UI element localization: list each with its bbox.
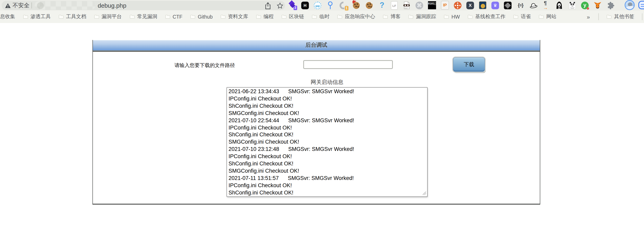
bookmark-star-icon[interactable]	[276, 2, 284, 9]
file-path-input[interactable]	[303, 60, 393, 69]
extension-ip-lookup-icon[interactable]	[441, 1, 449, 10]
extension-metamask-fox-icon[interactable]	[594, 1, 602, 10]
bookmark-item[interactable]: 区块链	[281, 13, 304, 20]
other-bookmarks-button[interactable]: 其他书签	[606, 13, 634, 20]
extension-icons-row: 3 1	[288, 1, 614, 10]
cookie-shape	[353, 2, 360, 9]
extension-cookie-icon[interactable]	[365, 1, 373, 10]
folder-icon	[23, 14, 28, 19]
folder-icon	[606, 14, 612, 19]
profile-chip[interactable]	[638, 1, 644, 9]
folder-icon	[538, 14, 544, 19]
bookmark-item[interactable]: HW	[444, 14, 460, 19]
bookmark-label: 漏洞跟踪	[416, 13, 436, 20]
extension-purple-crown-icon[interactable]	[492, 1, 499, 9]
extension-puzzle-piece-icon[interactable]	[606, 1, 614, 10]
bookmark-label: 编程	[264, 13, 274, 20]
extension-panda-meme-icon[interactable]	[568, 1, 576, 10]
browser-window: 不安全 debug.php 3 1	[0, 0, 644, 234]
bookmark-label: 博客	[390, 13, 400, 20]
bookmarks-overflow-chevron[interactable]: »	[586, 13, 591, 20]
bookmark-label: 应急响应中心	[345, 13, 375, 20]
folder-icon	[58, 14, 64, 19]
bookmark-item[interactable]: 漏洞跟踪	[408, 13, 436, 20]
bookmark-item[interactable]: 基线检查工作	[468, 13, 506, 20]
folder-icon	[94, 14, 99, 19]
extension-masked-document-icon[interactable]	[402, 1, 411, 10]
extension-lf-card-icon[interactable]	[391, 1, 398, 9]
folder-icon	[337, 14, 342, 19]
extension-santa-cookie-icon[interactable]	[352, 1, 360, 10]
extension-question-mark-icon[interactable]	[378, 1, 386, 10]
folder-icon	[444, 14, 449, 19]
bookmark-label: CTF	[172, 14, 182, 19]
panel-title: 后台调试	[306, 41, 327, 49]
extension-white-hat-icon[interactable]	[529, 1, 538, 10]
bookmark-item[interactable]: Github	[190, 14, 213, 19]
bookmark-item[interactable]: 编程	[256, 13, 274, 20]
gateway-log-container: 2021-06-22 13:34:43 SMGSvr: SMGSvr Worke…	[226, 87, 428, 197]
extension-navy-gold-emblem-icon[interactable]	[479, 1, 486, 9]
extension-command-key-icon[interactable]	[416, 1, 423, 9]
folder-icon	[281, 14, 286, 19]
folder-icon	[165, 14, 170, 19]
bookmark-item[interactable]: 漏洞平台	[94, 13, 122, 20]
bookmark-item[interactable]: 语雀	[513, 13, 531, 20]
bookmark-item[interactable]: 息收集	[0, 13, 15, 20]
bookmark-item[interactable]: 工具文档	[58, 13, 86, 20]
bookmark-label: 语雀	[521, 13, 531, 20]
extension-purple-stack-icon[interactable]: 3	[288, 1, 296, 10]
folder-icon	[312, 14, 317, 19]
other-bookmarks-label: 其他书签	[614, 13, 634, 20]
bookmark-item[interactable]: 常见漏洞	[130, 13, 157, 20]
extension-badge: 1	[344, 6, 349, 11]
profile-avatar[interactable]	[624, 0, 635, 10]
bookmark-item[interactable]: 临时	[312, 13, 330, 20]
extension-checkered-diamond-icon[interactable]	[504, 1, 512, 9]
folder-icon	[513, 14, 518, 19]
bookmark-item[interactable]: 应急响应中心	[337, 13, 375, 20]
extension-green-y-icon[interactable]	[581, 1, 589, 9]
bookmark-label: 网站	[546, 13, 556, 20]
security-warning-label[interactable]: 不安全	[12, 0, 30, 10]
folder-icon	[468, 14, 473, 19]
folder-icon	[383, 14, 388, 19]
extension-gray-ring-icon[interactable]: 1	[339, 1, 347, 10]
textarea-resize-grip[interactable]	[422, 191, 426, 195]
folder-icon	[130, 14, 135, 19]
gateway-log-heading: 网关启动信息	[226, 78, 428, 86]
address-bar[interactable]: 不安全 debug.php	[2, 0, 285, 10]
folder-icon	[190, 14, 196, 19]
bookmark-item[interactable]: CTF	[165, 14, 182, 19]
extension-location-pin-icon[interactable]	[326, 1, 334, 10]
extension-orange-hub-icon[interactable]	[454, 1, 462, 9]
extension-ipip-icon[interactable]	[314, 1, 322, 9]
cookie-shape	[366, 2, 372, 9]
bookmark-label: 常见漏洞	[137, 13, 157, 20]
address-bar-separator	[32, 2, 32, 8]
redacted-url-region	[35, 1, 95, 9]
file-path-label: 请输入您要下载的文件路径	[174, 62, 235, 69]
bookmark-label: 资料文库	[228, 13, 248, 20]
bookmarks-bar: 息收集 渗透工具 工具文档 漏洞平台 常见漏洞 CTF Github 资料文库 …	[0, 10, 644, 23]
panel-header: 后台调试	[93, 40, 540, 51]
extension-h-letter-icon[interactable]	[301, 1, 309, 9]
download-button[interactable]: 下载	[453, 57, 485, 72]
share-icon[interactable]	[264, 2, 271, 9]
bookmark-item[interactable]: 资料文库	[220, 13, 248, 20]
extension-braces-icon[interactable]	[516, 1, 524, 10]
bookmark-item[interactable]: 网站	[538, 13, 556, 20]
bookmark-label: 漏洞平台	[102, 13, 122, 20]
bookmark-item[interactable]: 渗透工具	[23, 13, 51, 20]
address-bar-url[interactable]: debug.php	[98, 0, 126, 10]
extension-binary-code-icon[interactable]	[428, 1, 436, 9]
gateway-log-textarea[interactable]: 2021-06-22 13:34:43 SMGSvr: SMGSvr Worke…	[226, 87, 428, 197]
extension-pilcrow-arrow-icon[interactable]	[542, 1, 550, 10]
extension-badge: 3	[293, 5, 298, 10]
bookmark-label: Github	[198, 14, 213, 19]
extension-x-letter-icon[interactable]	[466, 1, 474, 9]
bookmark-label: 息收集	[0, 13, 15, 20]
bookmark-label: HW	[452, 14, 460, 19]
bookmark-item[interactable]: 博客	[383, 13, 400, 20]
extension-hooded-hacker-icon[interactable]	[555, 1, 563, 10]
